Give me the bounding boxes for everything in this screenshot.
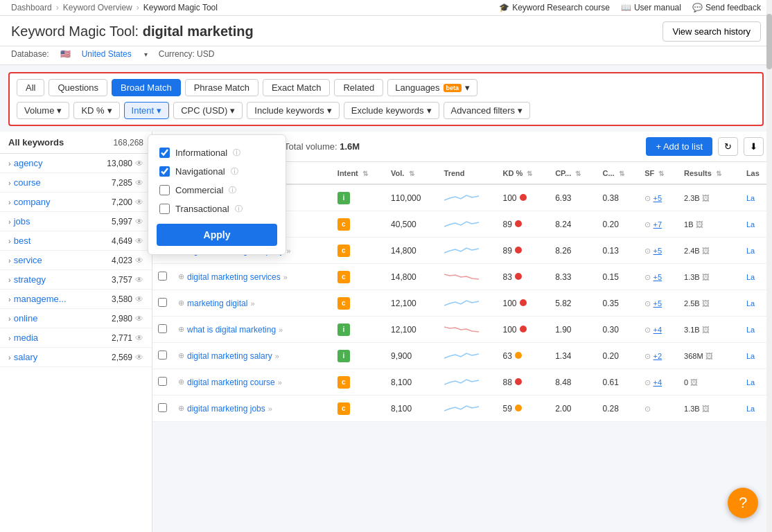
sidebar: All keywords 168,268 ›agency 13,080👁 ›co… [0, 132, 152, 532]
chat-icon: 💬 [692, 3, 703, 12]
keyword-link-3[interactable]: ⊕ digital marketing services » [178, 272, 326, 282]
table-row: ⊕ what is digital marketing » i 12,100 1… [152, 317, 772, 343]
informational-info-icon[interactable]: ⓘ [233, 148, 240, 158]
sf-3: ⊙ +5 [639, 264, 678, 290]
tab-exact-match[interactable]: Exact Match [263, 79, 331, 96]
feedback-link[interactable]: 💬 Send feedback [692, 3, 761, 12]
results-3: 1.3B🖼 [678, 264, 741, 290]
advanced-filters[interactable]: Advanced filters ▾ [444, 102, 531, 119]
sf-7: ⊙ +4 [639, 369, 678, 396]
sidebar-item-company[interactable]: ›company 7,200👁 [0, 193, 152, 212]
keyword-link-4[interactable]: ⊕ marketing digital » [178, 299, 326, 308]
cpc-6: 1.34 [550, 343, 597, 369]
intent-badge-4: c [337, 297, 350, 310]
view-history-button[interactable]: View search history [663, 21, 761, 42]
row-checkbox-8[interactable] [158, 403, 167, 412]
col-kd: KD % ⇅ [498, 162, 550, 184]
keyword-link-7[interactable]: ⊕ digital marketing course » [178, 378, 326, 387]
table-row: ⊕ marketing digital » c 12,100 100 5.82 … [152, 290, 772, 317]
refresh-button[interactable]: ↻ [718, 137, 738, 156]
breadcrumb: Dashboard › Keyword Overview › Keyword M… [11, 3, 218, 12]
volume-6: 9,900 [385, 343, 438, 369]
keyword-link-6[interactable]: ⊕ digital marketing salary » [178, 351, 326, 361]
sidebar-item-agency[interactable]: ›agency 13,080👁 [0, 154, 152, 173]
cpc-filter[interactable]: CPC (USD) ▾ [173, 102, 243, 119]
volume-5: 12,100 [385, 317, 438, 343]
sidebar-item-jobs[interactable]: ›jobs 5,997👁 [0, 212, 152, 231]
col-c: C... ⇅ [597, 162, 640, 184]
breadcrumb-keyword-overview[interactable]: Keyword Overview [63, 3, 132, 12]
tab-broad-match[interactable]: Broad Match [112, 79, 181, 96]
country-caret[interactable]: ▾ [144, 51, 148, 58]
intent-informational-checkbox[interactable] [159, 148, 170, 158]
scrollbar-thumb[interactable] [766, 14, 772, 69]
navigational-info-icon[interactable]: ⓘ [231, 166, 238, 177]
volume-3: 14,800 [385, 264, 438, 290]
row-checkbox-4[interactable] [158, 298, 167, 307]
apply-button[interactable]: Apply [157, 224, 277, 246]
kd-filter[interactable]: KD % ▾ [73, 102, 119, 119]
exclude-keywords-filter[interactable]: Exclude keywords ▾ [344, 102, 439, 119]
kd-4: 100 [498, 290, 550, 317]
intent-commercial-label: Commercial [175, 185, 223, 195]
kd-3: 83 [498, 264, 550, 290]
row-checkbox-7[interactable] [158, 377, 167, 386]
sidebar-item-online[interactable]: ›online 2,980👁 [0, 309, 152, 328]
book-icon: 📖 [621, 3, 631, 12]
keyword-link-8[interactable]: ⊕ digital marketing jobs » [178, 404, 326, 414]
col-sf: SF ⇅ [639, 162, 678, 184]
sidebar-item-media[interactable]: ›media 2,771👁 [0, 328, 152, 348]
database-country-link[interactable]: United States [82, 49, 132, 59]
intent-badge-6: i [337, 350, 350, 362]
tab-questions[interactable]: Questions [49, 79, 107, 96]
scrollbar-track[interactable] [766, 0, 772, 532]
results-0: 2.3B🖼 [678, 184, 741, 211]
breadcrumb-dashboard[interactable]: Dashboard [11, 3, 52, 12]
c-0: 0.38 [597, 184, 640, 211]
languages-button[interactable]: Languages beta ▾ [387, 79, 477, 96]
sidebar-item-management[interactable]: ›manageme... 3,580👁 [0, 290, 152, 309]
keyword-link-5[interactable]: ⊕ what is digital marketing » [178, 325, 326, 335]
intent-transactional-item: Transactional ⓘ [157, 200, 277, 218]
tab-related[interactable]: Related [334, 79, 383, 96]
intent-commercial-checkbox[interactable] [159, 185, 170, 195]
cpc-2: 8.26 [550, 238, 597, 264]
intent-transactional-label: Transactional [175, 204, 229, 214]
tab-phrase-match[interactable]: Phrase Match [185, 79, 258, 96]
row-checkbox-3[interactable] [158, 272, 167, 281]
intent-transactional-checkbox[interactable] [159, 204, 170, 214]
commercial-info-icon[interactable]: ⓘ [229, 185, 236, 195]
trend-8 [439, 396, 498, 422]
row-checkbox-5[interactable] [158, 324, 167, 333]
c-4: 0.35 [597, 290, 640, 317]
intent-filter[interactable]: Intent ▾ [124, 102, 170, 119]
include-caret: ▾ [327, 105, 332, 116]
sidebar-item-best[interactable]: ›best 4,649👁 [0, 231, 152, 251]
transactional-info-icon[interactable]: ⓘ [235, 204, 243, 214]
volume-filter[interactable]: Volume ▾ [17, 102, 69, 119]
row-checkbox-6[interactable] [158, 351, 167, 360]
help-button[interactable]: ? [728, 488, 758, 518]
volume-7: 8,100 [385, 369, 438, 396]
sidebar-item-salary[interactable]: ›salary 2,569👁 [0, 348, 152, 367]
course-link[interactable]: 🎓 Keyword Research course [499, 3, 610, 12]
add-to-list-button[interactable]: + Add to list [646, 137, 712, 156]
kd-2: 89 [498, 238, 550, 264]
manual-link[interactable]: 📖 User manual [621, 3, 681, 12]
export-button[interactable]: ⬇ [744, 137, 764, 156]
trend-4 [439, 290, 498, 317]
col-cpc: CP... ⇅ [550, 162, 597, 184]
sidebar-item-service[interactable]: ›service 4,023👁 [0, 251, 152, 270]
tab-all[interactable]: All [17, 79, 44, 96]
c-1: 0.20 [597, 211, 640, 238]
volume-caret: ▾ [57, 105, 62, 116]
col-trend: Trend [439, 162, 498, 184]
sidebar-item-course[interactable]: ›course 7,285👁 [0, 173, 152, 193]
sidebar-item-strategy[interactable]: ›strategy 3,757👁 [0, 270, 152, 290]
include-keywords-filter[interactable]: Include keywords ▾ [247, 102, 339, 119]
volume-0: 110,000 [385, 184, 438, 211]
intent-navigational-checkbox[interactable] [159, 166, 170, 177]
col-volume: Vol. ⇅ [385, 162, 438, 184]
intent-popup: Informational ⓘ Navigational ⓘ Commercia… [148, 134, 286, 255]
intent-badge-3: c [337, 271, 350, 283]
